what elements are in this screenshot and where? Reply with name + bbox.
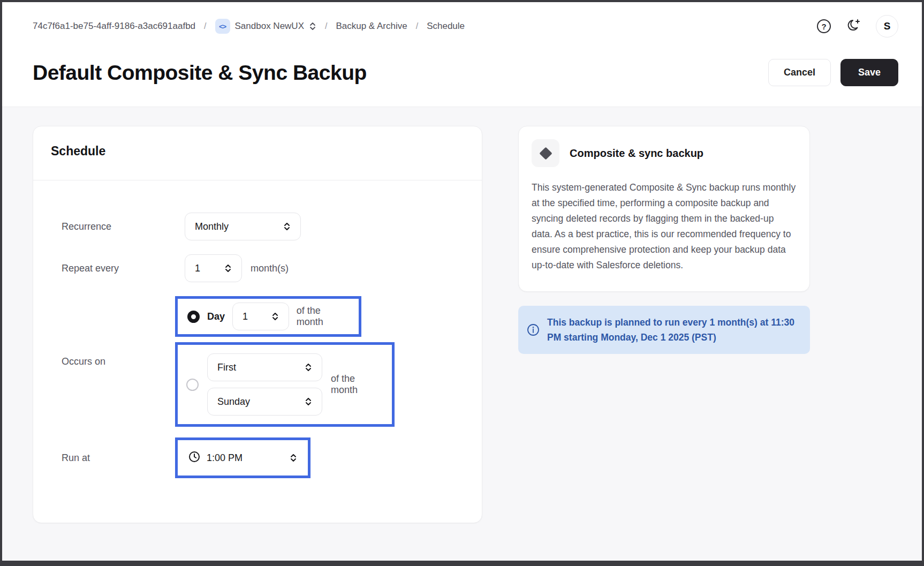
run-at-label: Run at xyxy=(51,452,185,464)
occurs-day-prefix: Day xyxy=(207,311,225,322)
clock-icon xyxy=(188,451,200,465)
occurs-weekday-select[interactable]: Sunday xyxy=(207,388,322,416)
page-title: Default Composite & Sync Backup xyxy=(33,61,367,85)
user-avatar[interactable]: S xyxy=(876,15,898,37)
run-at-value: 1:00 PM xyxy=(207,452,243,464)
help-icon: ? xyxy=(817,19,831,33)
recurrence-row: Recurrence Monthly xyxy=(51,213,464,240)
run-at-row: Run at 1:00 PM xyxy=(51,437,464,478)
radio-unselected-icon[interactable] xyxy=(186,379,199,391)
chevron-updown-icon xyxy=(305,396,312,407)
breadcrumb-section[interactable]: Backup & Archive xyxy=(336,21,407,32)
help-button[interactable]: ? xyxy=(816,18,832,34)
occurs-weekday-suffix: of the month xyxy=(331,373,383,396)
chevron-updown-icon xyxy=(290,452,297,463)
schedule-card-title: Schedule xyxy=(51,144,464,159)
breadcrumb-separator: / xyxy=(325,21,327,31)
occurs-day-value: 1 xyxy=(243,311,248,322)
breadcrumb-separator: / xyxy=(204,21,206,31)
info-icon xyxy=(527,323,540,336)
moon-plus-icon xyxy=(846,18,861,35)
occurs-ordinal-value: First xyxy=(217,362,236,373)
occurs-day-suffix: of the month xyxy=(297,305,349,328)
breadcrumb-environment: Sandbox NewUX xyxy=(235,21,304,32)
backup-info-card: Composite & sync backup This system-gene… xyxy=(518,126,810,292)
breadcrumb: 74c7f6a1-be75-4aff-9186-a3ac691aafbd / <… xyxy=(33,19,465,34)
radio-selected-icon[interactable] xyxy=(187,311,200,323)
occurs-day-option[interactable]: Day 1 of the month xyxy=(175,296,361,337)
occurs-on-label: Occurs on xyxy=(51,356,185,367)
recurrence-select[interactable]: Monthly xyxy=(185,213,301,240)
save-button[interactable]: Save xyxy=(840,59,898,86)
chevron-updown-icon xyxy=(305,362,312,373)
occurs-ordinal-select[interactable]: First xyxy=(207,353,322,381)
recurrence-label: Recurrence xyxy=(51,221,185,232)
topbar-actions: ? S xyxy=(816,15,898,37)
cancel-button[interactable]: Cancel xyxy=(768,59,831,86)
occurs-weekday-value: Sunday xyxy=(217,396,250,407)
code-icon: <> xyxy=(215,19,230,34)
chevron-updown-icon xyxy=(224,263,232,274)
run-at-time-select[interactable]: 1:00 PM xyxy=(183,444,302,472)
occurs-on-row: Occurs on Day 1 of the month xyxy=(51,296,464,427)
schedule-alert-text: This backup is planned to run every 1 mo… xyxy=(547,315,799,345)
occurs-day-stepper[interactable]: 1 xyxy=(232,303,289,330)
schedule-alert: This backup is planned to run every 1 mo… xyxy=(518,306,810,354)
chevron-updown-icon xyxy=(271,311,279,322)
repeat-every-unit: month(s) xyxy=(251,263,289,274)
repeat-every-stepper[interactable]: 1 xyxy=(185,254,242,282)
repeat-every-row: Repeat every 1 month(s) xyxy=(51,254,464,282)
recurrence-value: Monthly xyxy=(195,221,229,232)
schedule-card: Schedule Recurrence Monthly Repeat every… xyxy=(33,126,482,523)
breadcrumb-org-id[interactable]: 74c7f6a1-be75-4aff-9186-a3ac691aafbd xyxy=(33,21,195,32)
repeat-every-value: 1 xyxy=(195,263,200,274)
backup-type-icon-tile xyxy=(532,139,559,167)
breadcrumb-separator: / xyxy=(416,21,418,31)
backup-info-title: Composite & sync backup xyxy=(570,147,703,160)
backup-info-description: This system-generated Composite & Sync b… xyxy=(532,180,797,273)
occurs-weekday-option[interactable]: First Sunday xyxy=(175,342,395,427)
main-content: Schedule Recurrence Monthly Repeat every… xyxy=(2,107,922,523)
chevron-updown-icon xyxy=(309,21,316,31)
repeat-every-label: Repeat every xyxy=(51,263,185,274)
dark-mode-toggle[interactable] xyxy=(846,18,862,34)
info-column: Composite & sync backup This system-gene… xyxy=(518,126,810,354)
chevron-updown-icon xyxy=(283,221,291,232)
breadcrumb-page: Schedule xyxy=(427,21,465,32)
run-at-highlight: 1:00 PM xyxy=(175,437,310,478)
diamond-icon xyxy=(539,147,552,160)
environment-switcher[interactable]: <> Sandbox NewUX xyxy=(215,19,316,34)
app-header: 74c7f6a1-be75-4aff-9186-a3ac691aafbd / <… xyxy=(2,2,922,107)
